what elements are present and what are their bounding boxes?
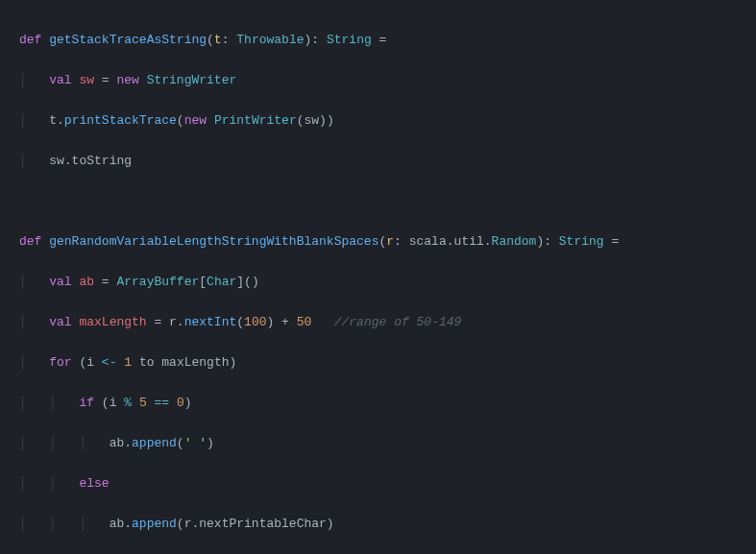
- code-line: │ val sw = new StringWriter: [8, 70, 756, 90]
- comment: //range of 50-149: [334, 315, 462, 329]
- code-line: │ for (i <- 1 to maxLength): [8, 352, 756, 373]
- code-line: │ val maxLength = r.nextInt(100) + 50 //…: [8, 312, 756, 332]
- code-line: │ │ │ ab.append(' '): [8, 433, 756, 453]
- function-name: genRandomVariableLengthStringWithBlankSp…: [49, 234, 378, 249]
- code-line: │ │ else: [8, 473, 756, 494]
- code-line: def genRandomVariableLengthStringWithBla…: [8, 231, 756, 252]
- code-line: │ t.printStackTrace(new PrintWriter(sw)): [8, 110, 756, 131]
- code-line: │ │ │ ab.append(r.nextPrintableChar): [8, 514, 756, 534]
- keyword-def: def: [19, 33, 41, 47]
- code-line: │ val ab = ArrayBuffer[Char](): [8, 272, 756, 292]
- code-line: │ │ if (i % 5 == 0): [8, 393, 756, 413]
- code-line: │ sw.toString: [8, 151, 756, 171]
- type: String: [327, 33, 372, 47]
- code-editor[interactable]: def getStackTraceAsString(t: Throwable):…: [0, 0, 756, 554]
- type: Throwable: [236, 33, 304, 47]
- function-name: getStackTraceAsString: [49, 33, 207, 47]
- code-line: def getStackTraceAsString(t: Throwable):…: [8, 30, 756, 50]
- blank-line: [8, 191, 756, 211]
